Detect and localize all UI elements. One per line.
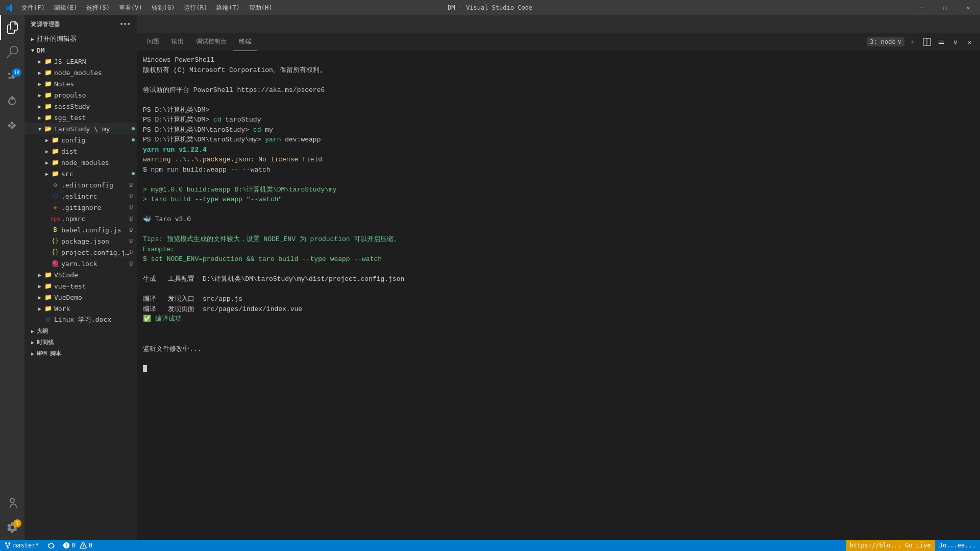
chevron-right-icon: ▶ [36, 282, 44, 290]
tab-output[interactable]: 输出 [165, 33, 190, 51]
errors-count: 0 [72, 542, 76, 549]
term-line [143, 75, 974, 85]
run-debug-icon[interactable] [0, 89, 24, 113]
sidebar-item-work[interactable]: ▶ 📁 Work [24, 303, 137, 314]
language-mode-item[interactable]: Jσ...ee... [935, 540, 980, 551]
term-line: 编译 发现页面 src/pages/index/index.vue [143, 304, 974, 315]
package-json-label: package.json [61, 237, 129, 245]
sidebar-item-dm-root[interactable]: ▼ DM [24, 44, 137, 56]
vue-test-label: vue-test [54, 282, 137, 290]
sidebar-item-vuedemo[interactable]: ▶ 📁 VueDemo [24, 292, 137, 303]
account-icon[interactable] [0, 491, 24, 515]
titlebar: 文件(F) 编辑(E) 选择(S) 查看(V) 转到(G) 运行(R) 终端(T… [0, 0, 980, 15]
word-icon: W [44, 316, 52, 324]
sidebar-item-babel-config[interactable]: ▶ B babel.config.js U [24, 224, 137, 235]
search-icon[interactable] [0, 40, 24, 64]
sidebar-item-node-modules-inner[interactable]: ▶ 📁 node_modules [24, 157, 137, 168]
sidebar-item-sassstudy[interactable]: ▶ 📁 sassStudy [24, 101, 137, 112]
sidebar-item-js-learn[interactable]: ▶ 📁 JS-LEARN [24, 56, 137, 67]
menu-help[interactable]: 帮助(H) [245, 3, 277, 13]
git-icon: ◈ [51, 203, 59, 211]
menu-goto[interactable]: 转到(G) [148, 3, 179, 13]
sidebar-item-linux-doc[interactable]: ▶ W Linux_学习.docx [24, 314, 137, 325]
term-line: 生成 工具配置 D:\计算机类\DM\taroStudy\my\dist/pro… [143, 274, 974, 284]
yarn-lock-label: yarn.lock [61, 260, 129, 268]
notes-label: Notes [54, 80, 137, 88]
maximize-button[interactable]: □ [933, 0, 957, 15]
panel-tabs: 问题 输出 调试控制台 终端 3: node ∨ ＋ ∨ [137, 33, 980, 51]
minimize-button[interactable]: ─ [910, 0, 933, 15]
sidebar-item-gitignore[interactable]: ▶ ◈ .gitignore U [24, 202, 137, 213]
sidebar-item-project-config-json[interactable]: ▶ {} project.config.json U [24, 247, 137, 258]
tab-terminal[interactable]: 终端 [233, 33, 257, 51]
folder-icon: 📁 [51, 158, 59, 166]
sassstudy-label: sassStudy [54, 103, 137, 110]
sidebar-item-sgg-test[interactable]: ▶ 📁 sgg_test [24, 112, 137, 123]
extensions-icon[interactable] [0, 113, 24, 138]
sidebar-item-package-json[interactable]: ▶ {} package.json U [24, 235, 137, 247]
close-panel-button[interactable]: ✕ [964, 36, 976, 48]
sidebar-item-eslintrc[interactable]: ▶ ⬡ .eslintrc U [24, 190, 137, 202]
timeline-label: 时间线 [37, 339, 54, 346]
term-line: warning ..\..\.package.json: No license … [143, 155, 974, 165]
term-cursor-line [143, 364, 974, 374]
maximize-panel-button[interactable]: ∨ [949, 36, 962, 48]
sidebar-item-src[interactable]: ▶ 📁 src [24, 168, 137, 179]
add-terminal-button[interactable]: ＋ [906, 36, 919, 48]
menu-file[interactable]: 文件(F) [17, 3, 49, 13]
close-button[interactable]: ✕ [957, 0, 980, 15]
golive-item[interactable]: https://blo... Go Live [846, 540, 935, 551]
sidebar-more-icon[interactable]: ••• [120, 21, 131, 28]
sidebar-title: 资源管理器 [31, 20, 60, 28]
editor-area: 问题 输出 调试控制台 终端 3: node ∨ ＋ ∨ [137, 15, 980, 540]
terminal-selector[interactable]: 3: node ∨ [867, 37, 904, 46]
kill-terminal-button[interactable] [935, 36, 947, 48]
chevron-down-icon: ▼ [29, 46, 37, 54]
tab-debug-console[interactable]: 调试控制台 [190, 33, 233, 51]
sidebar-item-propulso[interactable]: ▶ 📁 propulso [24, 89, 137, 101]
folder-icon: 📁 [44, 57, 52, 65]
sidebar-item-tarostudy-my[interactable]: ▼ 📂 taroStudy \ my [24, 123, 137, 134]
folder-icon: 📁 [44, 91, 52, 99]
sidebar-item-yarn-lock[interactable]: ▶ 🧶 yarn.lock U [24, 258, 137, 269]
chevron-right-icon: ▶ [29, 349, 37, 357]
sidebar-section-outline[interactable]: ▶ 大纲 [24, 325, 137, 337]
file-badge: U [129, 193, 133, 200]
menu-edit[interactable]: 编辑(E) [50, 3, 82, 13]
chevron-right-icon: ▶ [36, 293, 44, 301]
menu-run[interactable]: 运行(R) [180, 3, 211, 13]
modified-dot [132, 127, 135, 130]
tab-problems[interactable]: 问题 [141, 33, 165, 51]
chevron-right-icon: ▶ [36, 102, 44, 110]
sidebar-item-editorconfig[interactable]: ▶ ⚙ .editorconfig U [24, 179, 137, 190]
term-line: Example: [143, 245, 974, 255]
term-line [143, 265, 974, 275]
git-branch-icon [4, 542, 11, 549]
sidebar-item-notes[interactable]: ▶ 📁 Notes [24, 78, 137, 89]
split-terminal-button[interactable] [921, 36, 933, 48]
sidebar-item-dist[interactable]: ▶ 📁 dist [24, 146, 137, 157]
sidebar-item-vscode[interactable]: ▶ 📁 VSCode [24, 269, 137, 280]
terminal-content[interactable]: Windows PowerShell 版权所有 (C) Microsoft Co… [137, 51, 980, 540]
sidebar-section-timeline[interactable]: ▶ 时间线 [24, 337, 137, 348]
npmrc-label: .npmrc [61, 215, 129, 223]
settings-icon[interactable]: 1 [0, 515, 24, 540]
sidebar-item-vue-test[interactable]: ▶ 📁 vue-test [24, 280, 137, 292]
git-branch-item[interactable]: master* [0, 540, 43, 551]
source-control-badge: 18 [12, 68, 21, 77]
sidebar-item-npmrc[interactable]: ▶ npm .npmrc U [24, 213, 137, 224]
open-editors-label: 打开的编辑器 [37, 34, 137, 43]
menu-view[interactable]: 查看(V) [115, 3, 146, 13]
errors-item[interactable]: 0 0 [59, 540, 96, 551]
term-line: Tips: 预览模式生成的文件较大，设置 NODE_ENV 为 producti… [143, 234, 974, 245]
explorer-icon[interactable] [0, 15, 24, 40]
menu-select[interactable]: 选择(S) [82, 3, 114, 13]
menu-terminal[interactable]: 终端(T) [212, 3, 244, 13]
sidebar-item-config[interactable]: ▶ 📁 config [24, 134, 137, 146]
sidebar-item-open-editors[interactable]: ▶ 打开的编辑器 [24, 33, 137, 44]
sync-item[interactable] [43, 540, 59, 551]
source-control-icon[interactable]: 18 [0, 64, 24, 89]
sidebar-section-npm[interactable]: ▶ NPM 脚本 [24, 348, 137, 359]
language-label: Jσ...ee... [939, 542, 976, 549]
sidebar-item-node-modules-root[interactable]: ▶ 📁 node_modules [24, 67, 137, 78]
